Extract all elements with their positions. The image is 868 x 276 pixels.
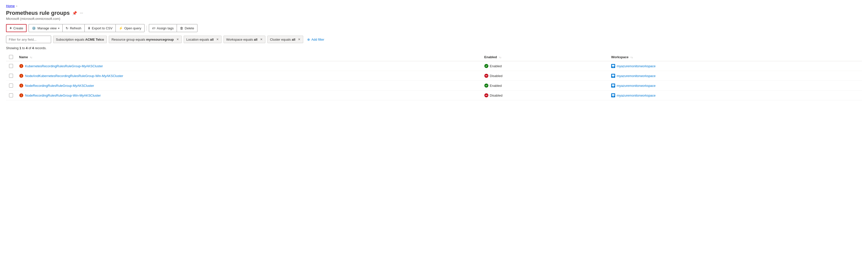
row-checkbox[interactable]: [9, 93, 13, 98]
row-enabled-label: Enabled: [490, 64, 502, 68]
more-options-icon[interactable]: ···: [80, 11, 83, 15]
delete-icon: 🗑: [180, 26, 183, 30]
filter-chip-resource-group: Resource group equals myresourcegroup ✕: [109, 36, 182, 43]
header-name: Name ↑↓: [16, 53, 482, 61]
svg-rect-7: [612, 75, 614, 76]
row-checkbox[interactable]: [9, 64, 13, 68]
row-name-link[interactable]: NodeRecordingRulesRuleGroup-MyAKSCluster: [25, 84, 94, 88]
chip-location-close[interactable]: ✕: [216, 38, 219, 41]
delete-label: Delete: [185, 26, 194, 30]
row-workspace-link[interactable]: myazuremonitorworkspace: [617, 64, 655, 68]
row-workspace-link[interactable]: myazuremonitorworkspace: [617, 74, 655, 78]
row-checkbox-cell: [6, 61, 16, 71]
status-dot: [484, 74, 488, 78]
status-dot: [484, 93, 488, 98]
row-checkbox[interactable]: [9, 74, 13, 78]
row-enabled-cell: Disabled: [482, 71, 608, 81]
breadcrumb-separator: ›: [16, 4, 17, 8]
row-checkbox-cell: [6, 90, 16, 100]
row-enabled-cell: Enabled: [482, 81, 608, 90]
workspace-icon: [611, 84, 615, 88]
refresh-button[interactable]: ↻ Refresh: [62, 24, 85, 32]
chip-cluster-close[interactable]: ✕: [298, 38, 301, 41]
add-filter-icon: ⊕: [307, 38, 310, 42]
select-all-checkbox[interactable]: [9, 55, 13, 59]
open-query-button[interactable]: ⚡ Open query: [116, 24, 145, 32]
delete-button[interactable]: 🗑 Delete: [177, 24, 197, 32]
rule-icon: !: [19, 93, 24, 98]
row-enabled-label: Enabled: [490, 84, 502, 88]
table-row: ! KubernetesRecordingRulesRuleGroup-MyAK…: [6, 61, 862, 71]
header-workspace-label: Workspace: [611, 55, 628, 59]
assign-tags-button[interactable]: 🏷 Assign tags: [149, 24, 177, 32]
filter-chip-workspace: Workspace equals all ✕: [223, 36, 266, 43]
breadcrumb-home[interactable]: Home: [6, 4, 15, 8]
svg-rect-11: [612, 84, 614, 86]
row-enabled-cell: Enabled: [482, 61, 608, 71]
chip-workspace-label: Workspace equals all: [226, 38, 257, 42]
rule-icon: !: [19, 83, 24, 88]
create-button[interactable]: + Create: [6, 24, 27, 32]
header-workspace: Workspace ↑↓: [608, 53, 862, 61]
status-dot: [484, 64, 488, 68]
page-subtitle: Microsoft (microsoft.onmicrosoft.com): [6, 17, 862, 21]
export-csv-button[interactable]: ⬇ Export to CSV: [85, 24, 116, 32]
chip-workspace-close[interactable]: ✕: [260, 38, 262, 41]
toolbar: + Create ⚙️ Manage view ▾ ↻ Refresh ⬇ Ex…: [6, 24, 862, 32]
manage-view-label: Manage view: [37, 26, 57, 30]
row-name-link[interactable]: NodeAndKubernetesRecordingRulesRuleGroup…: [25, 74, 123, 78]
svg-rect-2: [612, 65, 614, 66]
svg-text:!: !: [21, 85, 22, 87]
plus-icon: +: [9, 26, 12, 30]
add-filter-button[interactable]: ⊕ Add filter: [305, 37, 326, 43]
filter-chip-location: Location equals all ✕: [184, 36, 221, 43]
svg-text:!: !: [21, 94, 22, 97]
row-name-link[interactable]: NodeRecordingRulesRuleGroup-Win-MyAKSClu…: [25, 93, 101, 98]
row-checkbox-cell: [6, 71, 16, 81]
table-header-row: Name ↑↓ Enabled ↑↓ Workspace ↑↓: [6, 53, 862, 61]
row-name-cell: ! NodeRecordingRulesRuleGroup-MyAKSClust…: [16, 81, 482, 90]
row-workspace-link[interactable]: myazuremonitorworkspace: [617, 93, 655, 98]
row-enabled-label: Disabled: [490, 93, 503, 98]
row-name-cell: ! NodeRecordingRulesRuleGroup-Win-MyAKSC…: [16, 90, 482, 100]
svg-rect-17: [613, 96, 614, 96]
svg-rect-3: [613, 67, 614, 67]
assign-tags-label: Assign tags: [157, 26, 174, 30]
row-checkbox-cell: [6, 81, 16, 90]
row-checkbox[interactable]: [9, 84, 13, 88]
tag-icon: 🏷: [152, 26, 155, 30]
row-enabled-label: Disabled: [490, 74, 503, 78]
chip-subscription-label: Subscription equals ACME Telco: [56, 38, 104, 42]
filter-chip-subscription: Subscription equals ACME Telco: [53, 36, 107, 43]
header-enabled-label: Enabled: [484, 55, 497, 59]
chevron-down-icon: ▾: [58, 27, 59, 30]
row-workspace-cell: myazuremonitorworkspace: [608, 81, 862, 90]
name-sort-icon[interactable]: ↑↓: [30, 56, 32, 59]
page-title-row: Prometheus rule groups 📌 ···: [6, 10, 862, 16]
chip-location-label: Location equals all: [186, 38, 214, 42]
page-title: Prometheus rule groups: [6, 10, 70, 16]
header-name-label: Name: [19, 55, 28, 59]
table-row: ! NodeRecordingRulesRuleGroup-MyAKSClust…: [6, 81, 862, 90]
rule-icon: !: [19, 64, 24, 68]
header-enabled: Enabled ↑↓: [482, 53, 608, 61]
enabled-sort-icon[interactable]: ↑↓: [499, 56, 501, 59]
chip-resource-group-close[interactable]: ✕: [177, 38, 179, 41]
pin-icon[interactable]: 📌: [72, 11, 77, 16]
header-checkbox-col: [6, 53, 16, 61]
refresh-label: Refresh: [70, 26, 82, 30]
manage-view-group: ⚙️ Manage view ▾ ↻ Refresh ⬇ Export to C…: [29, 24, 144, 32]
workspace-sort-icon[interactable]: ↑↓: [630, 56, 633, 59]
row-name-link[interactable]: KubernetesRecordingRulesRuleGroup-MyAKSC…: [25, 64, 103, 68]
row-name-cell: ! NodeAndKubernetesRecordingRulesRuleGro…: [16, 71, 482, 81]
manage-view-button[interactable]: ⚙️ Manage view ▾: [29, 24, 62, 32]
open-query-label: Open query: [124, 26, 141, 30]
filter-input[interactable]: [6, 36, 51, 43]
row-workspace-link[interactable]: myazuremonitorworkspace: [617, 84, 655, 88]
row-workspace-cell: myazuremonitorworkspace: [608, 61, 862, 71]
breadcrumb: Home ›: [6, 4, 862, 8]
create-label: Create: [13, 26, 23, 30]
export-csv-label: Export to CSV: [92, 26, 113, 30]
workspace-icon: [611, 93, 615, 98]
svg-text:!: !: [21, 65, 22, 68]
